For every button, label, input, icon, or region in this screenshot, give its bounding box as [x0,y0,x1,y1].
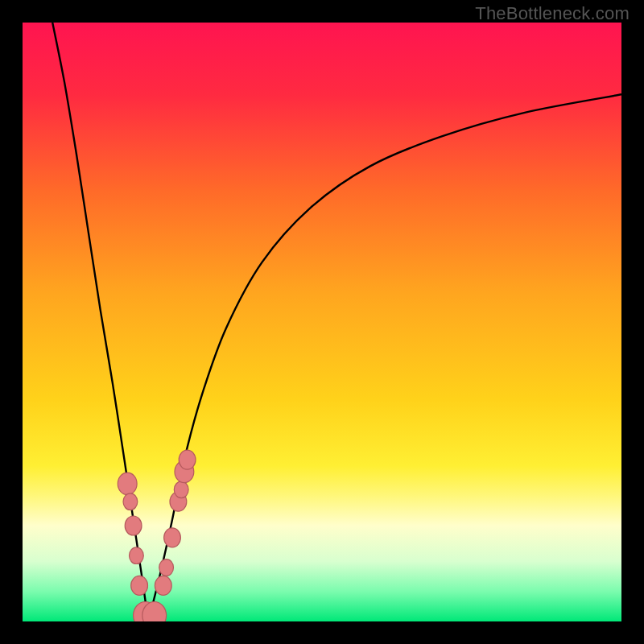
svg-rect-0 [23,23,621,621]
attribution-text: TheBottleneck.com [475,3,630,24]
outer-frame: TheBottleneck.com [0,0,644,644]
plot-area [23,23,621,621]
background-gradient [23,23,621,621]
